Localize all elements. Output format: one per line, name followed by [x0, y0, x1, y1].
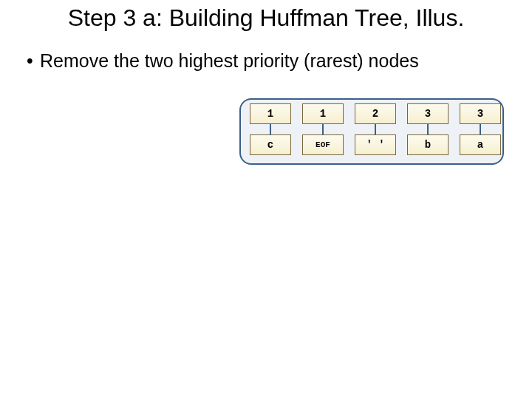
node-connector: [480, 124, 481, 134]
node-freq: 3: [407, 103, 449, 124]
node-row: 1 c 1 EOF 2 ' ' 3 b 3 a: [250, 103, 501, 155]
node-sym: EOF: [302, 134, 344, 155]
bullet-row: •Remove the two highest priority (rarest…: [27, 50, 510, 72]
node-connector: [270, 124, 271, 134]
node-connector: [322, 124, 324, 134]
node-freq: 3: [460, 103, 501, 124]
node-connector: [375, 124, 376, 134]
node-freq: 1: [302, 103, 344, 124]
node-sym: b: [407, 134, 449, 155]
node-freq: 2: [355, 103, 396, 124]
slide: Step 3 a: Building Huffman Tree, Illus. …: [0, 0, 532, 399]
node-0: 1 c: [250, 103, 291, 155]
node-sym: ' ': [355, 134, 396, 155]
node-3: 3 b: [407, 103, 449, 155]
bullet-marker: •: [27, 50, 40, 72]
node-sym: a: [460, 134, 501, 155]
node-4: 3 a: [460, 103, 501, 155]
node-connector: [427, 124, 429, 134]
node-sym: c: [250, 134, 291, 155]
bullet-text: Remove the two highest priority (rarest)…: [40, 50, 419, 71]
node-freq: 1: [250, 103, 291, 124]
slide-title: Step 3 a: Building Huffman Tree, Illus.: [0, 4, 532, 32]
node-2: 2 ' ': [355, 103, 396, 155]
node-1: 1 EOF: [302, 103, 344, 155]
